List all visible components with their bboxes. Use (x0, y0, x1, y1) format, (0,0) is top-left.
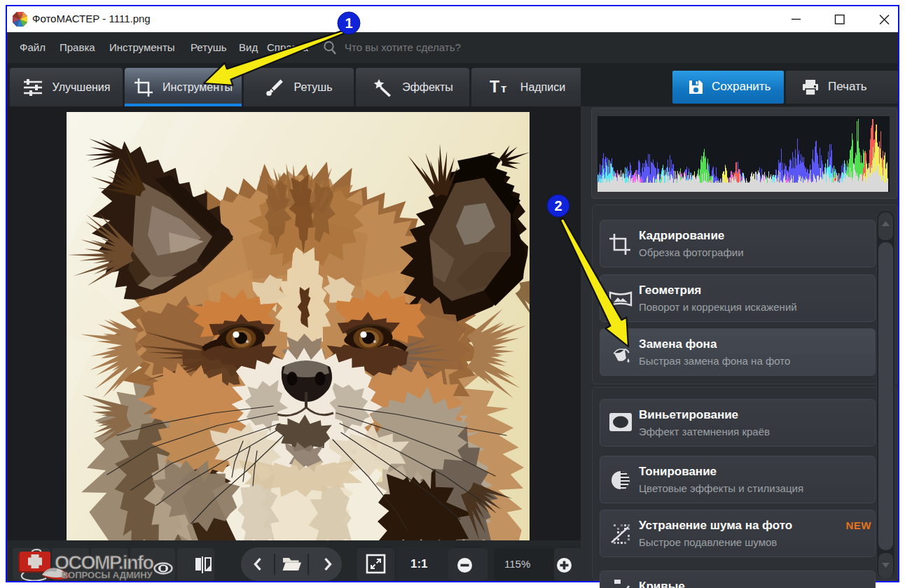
svg-text:2: 2 (554, 198, 562, 214)
svg-text:1: 1 (345, 15, 352, 31)
